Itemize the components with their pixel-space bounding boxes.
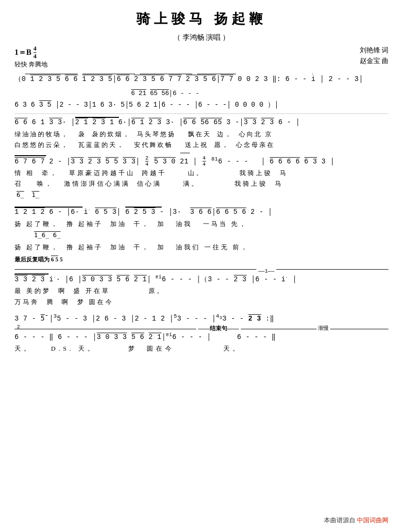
music-content: （0 1 2 3 5 6 6 1 2 3 5│6 6 2 3 5 6 7 7 2… (15, 73, 388, 355)
chorus-block: 1 2 1 2 6 - │6· i· 6 5 3│ 6 2 5 3 - │3· … (15, 206, 388, 265)
music-author: 赵金宝 曲 (360, 56, 389, 66)
lyric-row-5b: 召 唤， 激情澎湃信心满满 信心满 满。 我骑上骏 马 (15, 178, 388, 189)
time-sig-display: 44 (34, 45, 38, 60)
note-row-13: 3 3 2 3 i·· │6 │3 0 3 3 5 6 2 1│ ei6 - -… (15, 273, 388, 286)
coda-block: 3 3 2 3 i·· │6 │3 0 3 3 5 6 2 1│ ei6 - -… (15, 273, 388, 307)
author-info: 刘艳锋 词 赵金宝 曲 (360, 45, 389, 67)
note-row-final: 6 - - - ‖ 6 - - - │3 0 3 3 5 6 2 1│ei6 -… (15, 330, 388, 343)
key-display: 1＝B 44 (15, 45, 48, 60)
verse-block-1: 6 6 6 1 3 3· │2 1 2 3 1 6· │6 1 2 3 3· │… (15, 116, 388, 150)
lyric-row-13b: 万马奔 腾 啊 梦 圆在今 (15, 297, 388, 307)
final-block: 6 - - - ‖ 6 - - - │3 0 3 3 5 6 2 1│ei6 -… (15, 330, 388, 354)
note-row-5-sub: 6̲ 1̲ (15, 189, 388, 202)
note-row-2: 6 21 65 56│6 - - - 6 3 6 3 5 │2 - - 3│1 … (15, 87, 388, 112)
lyric-row-13a: 最 美的梦 啊 盛 开在草 原。 (15, 286, 388, 296)
lyric-row-3a: 绿油油的牧场， 袅 袅的炊烟， 马头琴悠扬 飘在天 边， 心向北 京 (15, 129, 388, 140)
key-time-info: 1＝B 44 轻快 奔腾地 (15, 45, 48, 72)
lyric-row-5a: 情 相 牵， 草原豪迈跨越千山 跨越千 山。 我骑上骏 马 (15, 168, 388, 178)
verse-block-2: 6 7 6 7 2 - │3 3 2 3 5 5 3 3│ 24 5 3 0 2… (15, 154, 388, 202)
footer-link[interactable]: 中国词曲网 (357, 516, 388, 524)
ending-section-divider: 2 ——结束句—— 渐慢 (15, 329, 388, 329)
header-row: 1＝B 44 轻快 奔腾地 刘艳锋 词 赵金宝 曲 (15, 45, 388, 72)
section-divider: ——1—— (15, 269, 388, 270)
page-title: 骑上骏马 扬起鞭 (15, 10, 388, 28)
lyric-row-final: 天。 D.S. 天。 梦 圆在今 天。 (15, 343, 388, 354)
lyric-row-9b: 扬 起了鞭， 撸 起袖子 加油 干， 加 油我们 一往无 前， (15, 242, 388, 253)
key-label: 1＝B (15, 48, 32, 58)
tempo-display: 轻快 奔腾地 (15, 60, 48, 69)
note-row-3: 6 6 6 1 3 3· │2 1 2 3 1 6· │6 1 2 3 3· │… (15, 116, 388, 129)
lyric-row-9a: 扬 起了鞭， 撸 起袖子 加油 干， 加 油我 一马当 先， (15, 219, 388, 229)
repeat-note: 最后反复唱为 6 5 5 (15, 254, 388, 265)
lyric-row-3b: 白悠悠的云朵， 瓦蓝蓝的天， 安代舞欢畅 送上祝 愿， 心念母亲在 (15, 140, 388, 150)
lyrics-author: 刘艳锋 词 (360, 45, 389, 56)
page: 骑上骏马 扬起鞭 （ 李鸿畅 演唱 ） 1＝B 44 轻快 奔腾地 刘艳锋 词 … (0, 0, 403, 532)
note-row-1: （0 1 2 3 5 6 6 1 2 3 5│6 6 2 3 5 6 7 7 2… (15, 73, 388, 86)
note-row-9: 1 2 1 2 6 - │6· i· 6 5 3│ 6 2 5 3 - │3· … (15, 206, 388, 219)
subtitle: （ 李鸿畅 演唱 ） (15, 33, 388, 42)
footer: 本曲谱源自 中国词曲网 (324, 516, 388, 525)
note-sub-line: 1̲6̲ 6̲ (15, 229, 388, 242)
footer-text: 本曲谱源自 (324, 516, 355, 524)
note-row-5: 6 7 6 7 2 - │3 3 2 3 5 5 3 3│ 24 5 3 0 2… (15, 154, 388, 168)
